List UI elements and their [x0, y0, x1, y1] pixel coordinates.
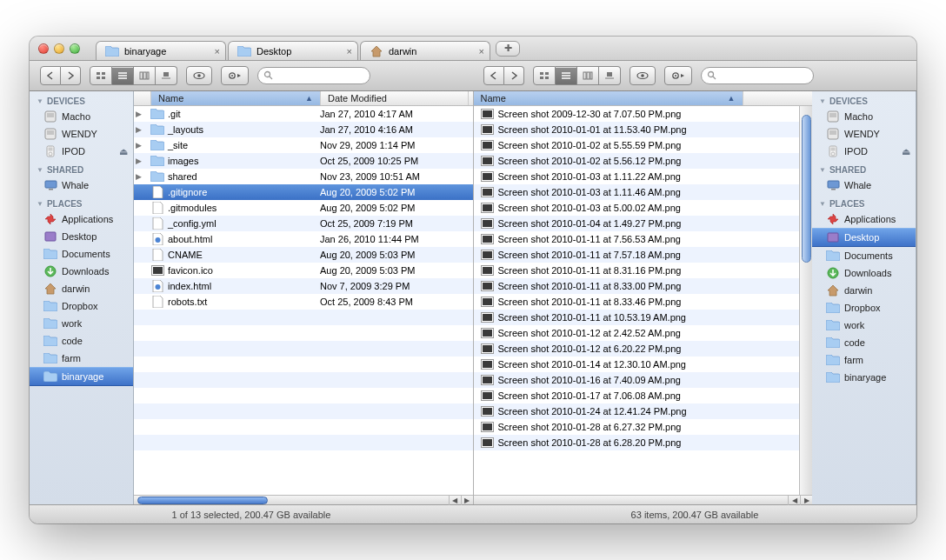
table-row[interactable]: CNAMEAug 20, 2009 5:03 PM: [134, 247, 473, 263]
sidebar-item[interactable]: work: [812, 317, 916, 334]
sidebar-item[interactable]: darwin: [30, 280, 133, 297]
column-header[interactable]: Name▲: [474, 91, 743, 105]
forward-button[interactable]: [504, 66, 524, 85]
sidebar-item[interactable]: Applications: [30, 210, 133, 228]
sidebar-section-header[interactable]: SHARED: [812, 160, 916, 177]
sidebar-item[interactable]: work: [30, 315, 133, 332]
back-button[interactable]: [40, 66, 61, 85]
table-row[interactable]: _config.ymlOct 25, 2009 7:19 PM: [134, 216, 473, 231]
sidebar-item[interactable]: Macho: [30, 108, 133, 125]
tab[interactable]: binaryage×: [96, 41, 226, 60]
sidebar-item[interactable]: Downloads: [812, 264, 916, 282]
icon-view-button[interactable]: [533, 66, 556, 85]
scroll-right-button[interactable]: ▶: [800, 496, 812, 505]
table-row[interactable]: Screen shot 2010-01-02 at 5.55.59 PM.png: [474, 137, 800, 153]
sidebar-item[interactable]: farm: [30, 350, 133, 367]
table-row[interactable]: Screen shot 2010-01-11 at 7.57.18 AM.png: [474, 247, 800, 263]
coverflow-view-button[interactable]: [156, 66, 177, 85]
table-row[interactable]: Screen shot 2010-01-14 at 12.30.10 AM.pn…: [474, 357, 800, 372]
search-field[interactable]: [701, 67, 814, 84]
sidebar-item[interactable]: Whale: [812, 177, 916, 194]
column-header[interactable]: Date Modified: [321, 91, 469, 105]
sidebar-item[interactable]: Dropbox: [30, 297, 133, 315]
table-row[interactable]: ▶_layoutsJan 27, 2010 4:16 AM: [134, 122, 473, 137]
list-view-button[interactable]: [112, 66, 134, 85]
column-view-button[interactable]: [134, 66, 156, 85]
table-row[interactable]: Screen shot 2010-01-11 at 8.33.46 PM.png: [474, 294, 800, 310]
sidebar-item[interactable]: WENDY: [812, 125, 916, 143]
table-row[interactable]: index.htmlNov 7, 2009 3:29 PM: [134, 278, 473, 294]
sidebar-item[interactable]: Whale: [30, 177, 133, 194]
close-icon[interactable]: ×: [347, 46, 352, 57]
close-button[interactable]: [38, 43, 49, 54]
table-row[interactable]: Screen shot 2010-01-12 at 6.20.22 PM.png: [474, 341, 800, 357]
minimize-button[interactable]: [54, 43, 64, 54]
list-view-button[interactable]: [556, 66, 577, 85]
eject-icon[interactable]: ⏏: [902, 146, 910, 157]
scroll-left-button[interactable]: ◀: [788, 496, 800, 505]
tab[interactable]: Desktop×: [228, 41, 358, 60]
sidebar-item[interactable]: Desktop: [30, 228, 133, 245]
table-row[interactable]: ▶imagesOct 25, 2009 10:25 PM: [134, 153, 473, 169]
table-row[interactable]: .gitignoreAug 20, 2009 5:02 PM: [134, 184, 473, 200]
sidebar-item[interactable]: farm: [812, 351, 916, 369]
action-button[interactable]: [221, 66, 249, 85]
table-row[interactable]: Screen shot 2010-01-17 at 7.06.08 AM.png: [474, 388, 800, 403]
table-row[interactable]: ▶_siteNov 29, 2009 1:14 PM: [134, 137, 473, 153]
table-row[interactable]: Screen shot 2010-01-11 at 7.56.53 AM.png: [474, 231, 800, 247]
quicklook-button[interactable]: [186, 66, 212, 85]
disclosure-triangle[interactable]: ▶: [134, 110, 143, 118]
sidebar-item[interactable]: Downloads: [30, 263, 133, 280]
scroll-right-button[interactable]: ▶: [461, 496, 473, 505]
disclosure-triangle[interactable]: ▶: [134, 141, 143, 150]
disclosure-triangle[interactable]: ▶: [134, 125, 143, 134]
table-row[interactable]: Screen shot 2010-01-11 at 10.53.19 AM.pn…: [474, 310, 800, 325]
table-row[interactable]: Screen shot 2010-01-28 at 6.28.20 PM.png: [474, 435, 800, 450]
eject-icon[interactable]: ⏏: [119, 146, 128, 157]
horizontal-scrollbar[interactable]: ◀▶: [474, 495, 813, 504]
sidebar-section-header[interactable]: DEVICES: [812, 91, 916, 108]
zoom-button[interactable]: [70, 43, 80, 54]
table-row[interactable]: Screen shot 2010-01-01 at 11.53.40 PM.pn…: [474, 122, 800, 137]
scrollbar-thumb[interactable]: [137, 497, 268, 504]
sidebar-section-header[interactable]: DEVICES: [30, 91, 133, 108]
table-row[interactable]: Screen shot 2010-01-28 at 6.27.32 PM.png: [474, 419, 800, 435]
sidebar-section-header[interactable]: SHARED: [30, 160, 133, 177]
table-row[interactable]: Screen shot 2010-01-03 at 1.11.46 AM.png: [474, 184, 800, 200]
table-row[interactable]: Screen shot 2010-01-11 at 8.31.16 PM.png: [474, 263, 800, 278]
new-tab-button[interactable]: ✚: [496, 41, 520, 57]
sidebar-item[interactable]: Dropbox: [812, 299, 916, 317]
table-row[interactable]: Screen shot 2010-01-12 at 2.42.52 AM.png: [474, 325, 800, 341]
sidebar-item[interactable]: WENDY: [30, 125, 133, 143]
table-row[interactable]: favicon.icoAug 20, 2009 5:03 PM: [134, 263, 473, 278]
sidebar-item[interactable]: code: [812, 334, 916, 351]
table-row[interactable]: ▶.gitJan 27, 2010 4:17 AM: [134, 106, 473, 122]
scroll-left-button[interactable]: ◀: [449, 496, 461, 505]
vertical-scrollbar[interactable]: [799, 106, 812, 495]
column-view-button[interactable]: [577, 66, 599, 85]
sidebar-section-header[interactable]: PLACES: [812, 194, 916, 210]
close-icon[interactable]: ×: [215, 46, 220, 57]
disclosure-triangle[interactable]: ▶: [134, 157, 143, 165]
forward-button[interactable]: [61, 66, 81, 85]
table-row[interactable]: Screen shot 2010-01-03 at 5.00.02 AM.png: [474, 200, 800, 216]
sidebar-item[interactable]: code: [30, 332, 133, 350]
sidebar-item[interactable]: Applications: [812, 210, 916, 228]
disclosure-triangle[interactable]: ▶: [134, 172, 143, 181]
scrollbar-thumb[interactable]: [802, 115, 811, 263]
tab[interactable]: darwin×: [360, 41, 490, 60]
sidebar-item[interactable]: Macho: [812, 108, 916, 125]
column-header[interactable]: Name▲: [151, 91, 321, 105]
close-icon[interactable]: ×: [479, 46, 484, 57]
table-row[interactable]: Screen shot 2010-01-03 at 1.11.22 AM.png: [474, 169, 800, 184]
sidebar-item[interactable]: IPOD⏏: [30, 143, 133, 160]
table-row[interactable]: Screen shot 2010-01-16 at 7.40.09 AM.png: [474, 372, 800, 388]
coverflow-view-button[interactable]: [599, 66, 621, 85]
sidebar-item[interactable]: darwin: [812, 282, 916, 299]
back-button[interactable]: [483, 66, 504, 85]
table-row[interactable]: about.htmlJan 26, 2010 11:44 PM: [134, 231, 473, 247]
table-row[interactable]: .gitmodulesAug 20, 2009 5:02 PM: [134, 200, 473, 216]
quicklook-button[interactable]: [630, 66, 656, 85]
table-row[interactable]: ▶sharedNov 23, 2009 10:51 AM: [134, 169, 473, 184]
sidebar-item[interactable]: binaryage: [812, 369, 916, 386]
